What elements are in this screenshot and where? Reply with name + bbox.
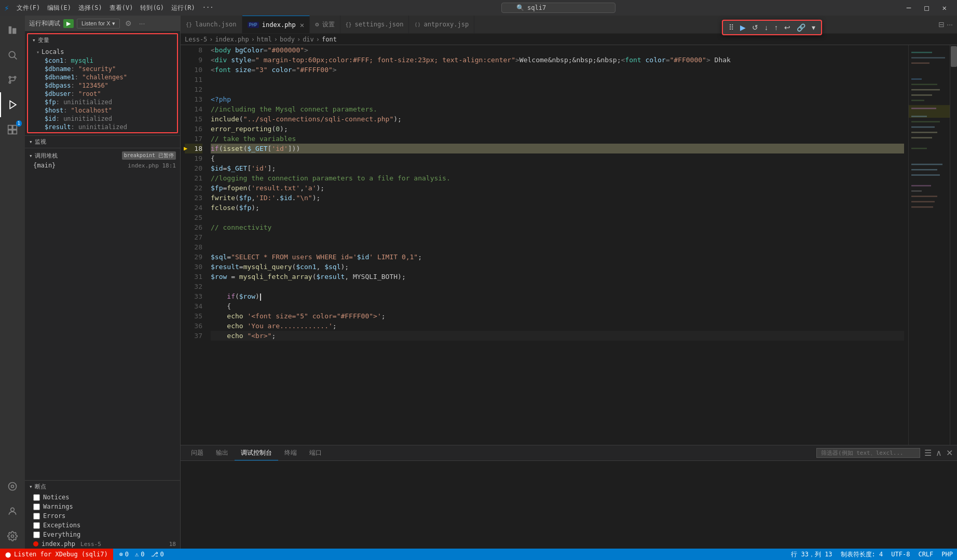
maximize-button[interactable]: □ — [918, 2, 935, 14]
tab-antproxy[interactable]: ⟨⟩ antproxy.jsp — [409, 16, 474, 33]
activity-item-remote[interactable] — [0, 474, 25, 499]
breadcrumb-body[interactable]: body — [280, 36, 295, 43]
panel-tab-problems[interactable]: 问题 — [185, 445, 210, 460]
scrollbar-right[interactable] — [950, 45, 957, 445]
menu-file[interactable]: 文件(F) — [13, 3, 44, 13]
panel-tab-terminal[interactable]: 终端 — [278, 445, 303, 460]
code-line-15: include("../sql-connections/sqli-connect… — [211, 114, 904, 124]
panel-expand-button[interactable]: ∧ — [936, 448, 942, 458]
tab-settings-json[interactable]: {} settings.json — [340, 16, 409, 33]
breadcrumb-less5[interactable]: Less-5 — [185, 36, 207, 43]
debug-step-over-button[interactable]: ↺ — [749, 22, 761, 33]
tab-launch-json[interactable]: {} launch.json — [181, 16, 242, 33]
code-content[interactable]: <body bgColor="#000000"> <div style=" ma… — [207, 45, 908, 445]
more-tabs-button[interactable]: ··· — [947, 20, 953, 29]
bp-everything-checkbox[interactable] — [33, 531, 40, 538]
close-button[interactable]: ✕ — [936, 2, 953, 14]
play-button[interactable]: ▶ — [63, 19, 74, 28]
listen-button[interactable]: Listen for X ▾ — [77, 19, 120, 29]
breadcrumb-html[interactable]: html — [257, 36, 272, 43]
svg-point-14 — [11, 508, 15, 511]
breadcrumb-font[interactable]: font — [322, 36, 337, 43]
activity-item-search[interactable] — [0, 43, 25, 67]
bp-notices-checkbox[interactable] — [33, 494, 40, 501]
bp-warnings-checkbox[interactable] — [33, 503, 40, 510]
bp-exceptions-checkbox[interactable] — [33, 522, 40, 529]
var-name-con1: $con1 — [45, 57, 63, 64]
tab-settings[interactable]: ⚙ 设置 — [310, 16, 340, 33]
panel-tab-debug-console[interactable]: 调试控制台 — [235, 445, 278, 460]
variables-header[interactable]: ▾ 变量 — [28, 34, 177, 46]
minimize-button[interactable]: ─ — [900, 2, 917, 14]
status-git[interactable]: ⎇ 0 — [151, 551, 164, 558]
warning-icon: ⚠ — [135, 551, 139, 558]
ln-24: 24 — [185, 203, 202, 213]
ln-37: 37 — [185, 331, 202, 341]
status-errors[interactable]: ⊗ 0 — [119, 551, 129, 558]
watch-header[interactable]: ▾ 监视 — [29, 138, 176, 146]
debug-more-button[interactable]: ▾ — [809, 22, 818, 33]
bp-errors-checkbox[interactable] — [33, 513, 40, 520]
panel-close-button[interactable]: ✕ — [946, 448, 953, 458]
status-line-col[interactable]: 行 33，列 13 — [791, 550, 832, 559]
debug-stop-button[interactable]: 🔗 — [794, 22, 808, 33]
status-language[interactable]: PHP — [941, 551, 953, 558]
activity-item-git[interactable] — [0, 67, 25, 92]
svg-point-2 — [9, 51, 15, 58]
callstack-item[interactable]: {main} index.php 18:1 — [25, 161, 180, 170]
breadcrumb-sep1: › — [209, 36, 213, 43]
split-editor-button[interactable]: ⊟ — [938, 20, 945, 29]
breadcrumb-div[interactable]: div — [303, 36, 314, 43]
tab-index-php-close[interactable]: ✕ — [300, 21, 304, 29]
more-options-button[interactable]: ··· — [137, 18, 147, 29]
menu-edit[interactable]: 编辑(E) — [44, 3, 74, 13]
panel-content[interactable] — [181, 461, 957, 549]
menu-view[interactable]: 查看(V) — [106, 3, 136, 13]
status-line-ending[interactable]: CRLF — [918, 551, 933, 558]
panel-list-view-button[interactable]: ☰ — [924, 448, 932, 458]
git-count: 0 — [160, 551, 164, 558]
bp-index-php: index.php Less-5 18 — [25, 539, 180, 549]
error-count: 0 — [125, 551, 129, 558]
panel-tabs-row: 问题 输出 调试控制台 终端 端口 — [181, 445, 957, 461]
panel-tab-problems-label: 问题 — [191, 449, 203, 457]
menu-select[interactable]: 选择(S) — [75, 3, 105, 13]
debug-step-into-button[interactable]: ↓ — [762, 22, 771, 33]
activity-item-extensions[interactable]: 1 — [0, 117, 25, 142]
debug-step-out-button[interactable]: ↑ — [772, 22, 781, 33]
search-box[interactable]: 🔍 sqli7 — [501, 3, 616, 13]
debug-restart-button[interactable]: ↩ — [782, 22, 793, 33]
menu-run[interactable]: 运行(R) — [168, 3, 198, 13]
gear-config-button[interactable]: ⚙ — [123, 18, 134, 29]
bp-notices: Notices — [25, 493, 180, 502]
activity-item-account[interactable] — [0, 499, 25, 524]
svg-rect-34 — [911, 169, 937, 171]
scrollbar-thumb[interactable] — [951, 46, 957, 67]
code-line-27 — [211, 232, 904, 242]
menu-more[interactable]: ··· — [199, 3, 217, 13]
breakpoints-header[interactable]: ▾ 断点 — [25, 481, 180, 493]
status-warnings[interactable]: ⚠ 0 — [135, 551, 144, 558]
activity-item-settings[interactable] — [0, 524, 25, 549]
menu-goto[interactable]: 转到(G) — [137, 3, 167, 13]
panel-tab-ports[interactable]: 端口 — [303, 445, 328, 460]
activity-item-explorer[interactable] — [0, 18, 25, 43]
status-indent[interactable]: 制表符长度: 4 — [841, 550, 883, 559]
debug-drag-handle[interactable]: ⠿ — [726, 22, 736, 33]
panel-tab-output[interactable]: 输出 — [210, 445, 235, 460]
locals-group-header[interactable]: ▾ Locals — [28, 47, 177, 57]
code-line-18: if(isset($_GET['id'])) — [211, 144, 904, 153]
status-debug-section[interactable]: ⬤ Listen for XDebug (sqli7) — [0, 549, 113, 560]
tab-index-php[interactable]: PHP index.php ✕ — [242, 16, 310, 33]
svg-rect-1 — [12, 28, 16, 34]
ln-9: 9 — [185, 55, 202, 65]
svg-point-5 — [9, 81, 10, 83]
var-dbuser: $dbuser: "root" — [28, 90, 177, 98]
panel-filter-input[interactable] — [816, 448, 920, 458]
breadcrumb-file[interactable]: index.php — [215, 36, 249, 43]
svg-rect-16 — [909, 45, 950, 445]
status-encoding[interactable]: UTF-8 — [891, 551, 910, 558]
debug-continue-button[interactable]: ▶ — [737, 22, 748, 33]
activity-item-debug[interactable] — [0, 92, 25, 117]
bp-notices-label: Notices — [43, 494, 70, 501]
